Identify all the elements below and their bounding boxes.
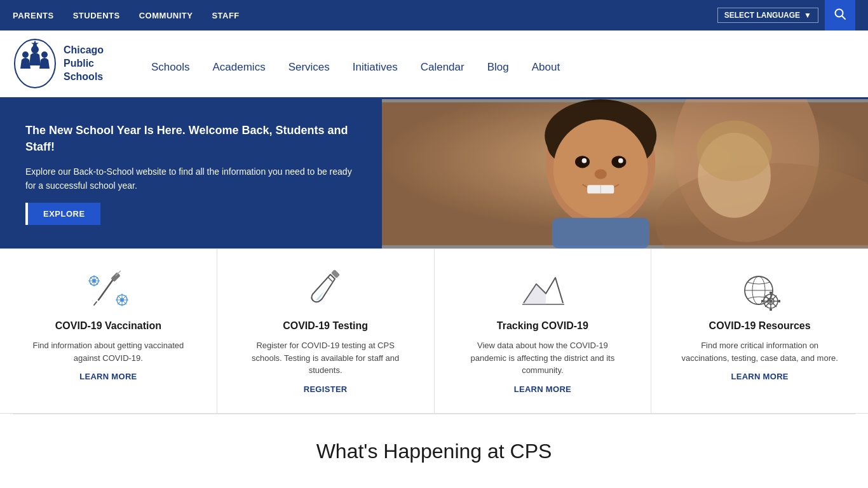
card-vaccination-title: COVID-19 Vaccination [55,320,161,332]
nav-calendar[interactable]: Calendar [409,55,476,80]
nav-community[interactable]: COMMUNITY [139,11,193,20]
card-testing-desc: Register for COVID-19 testing at CPS sch… [243,339,408,377]
svg-rect-56 [778,300,780,302]
nav-academics[interactable]: Academics [201,55,276,80]
main-nav: Schools Academics Services Initiatives C… [127,48,571,80]
top-nav: PARENTS STUDENTS COMMUNITY STAFF [13,11,240,20]
svg-line-26 [94,302,97,305]
svg-line-24 [98,278,114,300]
svg-line-1 [842,16,845,19]
card-testing: COVID-19 Testing Register for COVID-19 t… [217,249,435,413]
cps-logo-icon [13,37,57,91]
card-tracking: Tracking COVID-19 View data about how th… [435,249,652,413]
hero-headline: The New School Year Is Here. Welcome Bac… [25,123,356,154]
nav-parents[interactable]: PARENTS [13,11,54,20]
tracking-icon [517,268,568,313]
card-resources-title: COVID-19 Resources [709,320,811,332]
nav-initiatives[interactable]: Initiatives [341,55,409,80]
card-testing-link[interactable]: REGISTER [304,384,348,394]
svg-point-4 [22,51,29,58]
hero-photo [382,99,868,248]
card-testing-title: COVID-19 Testing [283,320,368,332]
header: Chicago Public Schools Schools Academics… [0,30,868,99]
bottom-section: What's Happening at CPS [0,414,868,476]
cards-section: COVID-19 Vaccination Find information ab… [0,248,868,414]
top-right-controls: SELECT LANGUAGE ▼ [717,0,855,30]
explore-button[interactable]: EXPLORE [25,203,100,225]
card-resources-desc: Find more critical information on vaccin… [677,339,843,364]
svg-point-3 [31,46,39,53]
search-button[interactable] [825,0,855,30]
card-resources-link[interactable]: LEARN MORE [731,372,788,381]
svg-rect-55 [761,300,763,302]
svg-rect-53 [770,292,772,294]
card-vaccination-desc: Find information about getting vaccinate… [25,339,191,364]
resources-icon [735,268,785,313]
nav-about[interactable]: About [520,55,571,80]
nav-students[interactable]: STUDENTS [73,11,120,20]
card-tracking-title: Tracking COVID-19 [497,320,588,332]
vaccination-icon [83,268,133,313]
card-tracking-desc: View data about how the COVID-19 pandemi… [460,339,625,377]
nav-blog[interactable]: Blog [476,55,520,80]
svg-rect-23 [382,102,868,245]
bottom-heading: What's Happening at CPS [13,440,855,463]
hero-body: Explore our Back-to-School website to fi… [25,165,356,193]
card-resources: COVID-19 Resources Find more critical in… [651,249,868,413]
svg-marker-43 [524,284,546,304]
svg-line-40 [328,277,332,281]
card-vaccination: COVID-19 Vaccination Find information ab… [0,249,217,413]
testing-icon [300,268,351,313]
hero-text-panel: The New School Year Is Here. Welcome Bac… [0,99,382,248]
search-icon [834,8,846,24]
language-selector[interactable]: SELECT LANGUAGE ▼ [717,8,818,23]
nav-services[interactable]: Services [277,55,341,80]
hero-section: The New School Year Is Here. Welcome Bac… [0,99,868,248]
top-bar: PARENTS STUDENTS COMMUNITY STAFF SELECT … [0,0,868,30]
svg-point-5 [41,51,48,58]
nav-staff[interactable]: STAFF [212,11,239,20]
language-label: SELECT LANGUAGE [724,11,800,20]
card-vaccination-link[interactable]: LEARN MORE [79,372,137,381]
logo-text: Chicago Public Schools [64,44,104,83]
logo-area[interactable]: Chicago Public Schools [0,30,127,97]
card-tracking-link[interactable]: LEARN MORE [514,384,571,394]
chevron-down-icon: ▼ [804,11,811,20]
hero-image [382,99,868,248]
nav-schools[interactable]: Schools [140,55,201,80]
svg-rect-54 [770,309,772,311]
